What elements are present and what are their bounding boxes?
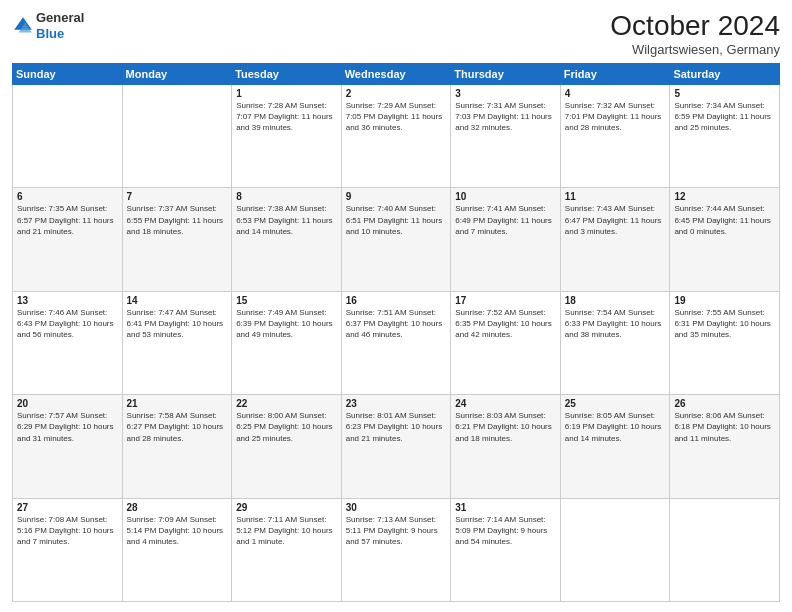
day-number: 30: [346, 502, 447, 513]
calendar-cell: 12Sunrise: 7:44 AM Sunset: 6:45 PM Dayli…: [670, 188, 780, 291]
calendar-cell: 23Sunrise: 8:01 AM Sunset: 6:23 PM Dayli…: [341, 395, 451, 498]
title-block: October 2024 Wilgartswiesen, Germany: [610, 10, 780, 57]
day-number: 26: [674, 398, 775, 409]
day-number: 8: [236, 191, 337, 202]
day-info: Sunrise: 7:40 AM Sunset: 6:51 PM Dayligh…: [346, 203, 447, 237]
page: General Blue October 2024 Wilgartswiesen…: [0, 0, 792, 612]
day-number: 16: [346, 295, 447, 306]
calendar-cell: 7Sunrise: 7:37 AM Sunset: 6:55 PM Daylig…: [122, 188, 232, 291]
month-title: October 2024: [610, 10, 780, 42]
day-info: Sunrise: 7:47 AM Sunset: 6:41 PM Dayligh…: [127, 307, 228, 341]
day-info: Sunrise: 7:32 AM Sunset: 7:01 PM Dayligh…: [565, 100, 666, 134]
logo-general: General: [36, 10, 84, 26]
calendar-cell: [13, 85, 123, 188]
day-number: 31: [455, 502, 556, 513]
calendar-cell: 29Sunrise: 7:11 AM Sunset: 5:12 PM Dayli…: [232, 498, 342, 601]
day-number: 1: [236, 88, 337, 99]
day-number: 9: [346, 191, 447, 202]
calendar-cell: 14Sunrise: 7:47 AM Sunset: 6:41 PM Dayli…: [122, 291, 232, 394]
day-number: 27: [17, 502, 118, 513]
calendar-cell: [122, 85, 232, 188]
day-number: 29: [236, 502, 337, 513]
day-info: Sunrise: 7:55 AM Sunset: 6:31 PM Dayligh…: [674, 307, 775, 341]
calendar-cell: 28Sunrise: 7:09 AM Sunset: 5:14 PM Dayli…: [122, 498, 232, 601]
calendar-cell: 20Sunrise: 7:57 AM Sunset: 6:29 PM Dayli…: [13, 395, 123, 498]
day-info: Sunrise: 7:09 AM Sunset: 5:14 PM Dayligh…: [127, 514, 228, 548]
day-info: Sunrise: 7:38 AM Sunset: 6:53 PM Dayligh…: [236, 203, 337, 237]
day-info: Sunrise: 8:01 AM Sunset: 6:23 PM Dayligh…: [346, 410, 447, 444]
calendar-cell: 1Sunrise: 7:28 AM Sunset: 7:07 PM Daylig…: [232, 85, 342, 188]
col-sunday: Sunday: [13, 64, 123, 85]
col-friday: Friday: [560, 64, 670, 85]
day-number: 19: [674, 295, 775, 306]
day-info: Sunrise: 7:58 AM Sunset: 6:27 PM Dayligh…: [127, 410, 228, 444]
calendar-cell: 27Sunrise: 7:08 AM Sunset: 5:16 PM Dayli…: [13, 498, 123, 601]
day-number: 15: [236, 295, 337, 306]
location-subtitle: Wilgartswiesen, Germany: [610, 42, 780, 57]
calendar-cell: 26Sunrise: 8:06 AM Sunset: 6:18 PM Dayli…: [670, 395, 780, 498]
day-info: Sunrise: 8:00 AM Sunset: 6:25 PM Dayligh…: [236, 410, 337, 444]
calendar-cell: 19Sunrise: 7:55 AM Sunset: 6:31 PM Dayli…: [670, 291, 780, 394]
col-thursday: Thursday: [451, 64, 561, 85]
calendar-cell: 10Sunrise: 7:41 AM Sunset: 6:49 PM Dayli…: [451, 188, 561, 291]
day-number: 2: [346, 88, 447, 99]
day-info: Sunrise: 7:08 AM Sunset: 5:16 PM Dayligh…: [17, 514, 118, 548]
day-number: 5: [674, 88, 775, 99]
day-number: 22: [236, 398, 337, 409]
calendar-cell: 16Sunrise: 7:51 AM Sunset: 6:37 PM Dayli…: [341, 291, 451, 394]
day-info: Sunrise: 7:41 AM Sunset: 6:49 PM Dayligh…: [455, 203, 556, 237]
calendar-cell: 30Sunrise: 7:13 AM Sunset: 5:11 PM Dayli…: [341, 498, 451, 601]
day-info: Sunrise: 8:03 AM Sunset: 6:21 PM Dayligh…: [455, 410, 556, 444]
calendar-cell: 11Sunrise: 7:43 AM Sunset: 6:47 PM Dayli…: [560, 188, 670, 291]
day-info: Sunrise: 7:49 AM Sunset: 6:39 PM Dayligh…: [236, 307, 337, 341]
calendar-cell: 5Sunrise: 7:34 AM Sunset: 6:59 PM Daylig…: [670, 85, 780, 188]
day-number: 12: [674, 191, 775, 202]
day-info: Sunrise: 7:28 AM Sunset: 7:07 PM Dayligh…: [236, 100, 337, 134]
day-info: Sunrise: 7:29 AM Sunset: 7:05 PM Dayligh…: [346, 100, 447, 134]
calendar-cell: 2Sunrise: 7:29 AM Sunset: 7:05 PM Daylig…: [341, 85, 451, 188]
day-number: 4: [565, 88, 666, 99]
day-number: 6: [17, 191, 118, 202]
day-info: Sunrise: 7:51 AM Sunset: 6:37 PM Dayligh…: [346, 307, 447, 341]
day-info: Sunrise: 7:52 AM Sunset: 6:35 PM Dayligh…: [455, 307, 556, 341]
day-info: Sunrise: 7:37 AM Sunset: 6:55 PM Dayligh…: [127, 203, 228, 237]
day-number: 21: [127, 398, 228, 409]
calendar-cell: 8Sunrise: 7:38 AM Sunset: 6:53 PM Daylig…: [232, 188, 342, 291]
calendar-cell: 6Sunrise: 7:35 AM Sunset: 6:57 PM Daylig…: [13, 188, 123, 291]
day-info: Sunrise: 7:43 AM Sunset: 6:47 PM Dayligh…: [565, 203, 666, 237]
day-info: Sunrise: 7:46 AM Sunset: 6:43 PM Dayligh…: [17, 307, 118, 341]
logo: General Blue: [12, 10, 84, 41]
day-info: Sunrise: 7:13 AM Sunset: 5:11 PM Dayligh…: [346, 514, 447, 548]
header: General Blue October 2024 Wilgartswiesen…: [12, 10, 780, 57]
calendar-cell: 4Sunrise: 7:32 AM Sunset: 7:01 PM Daylig…: [560, 85, 670, 188]
calendar-table: Sunday Monday Tuesday Wednesday Thursday…: [12, 63, 780, 602]
day-number: 10: [455, 191, 556, 202]
day-info: Sunrise: 7:31 AM Sunset: 7:03 PM Dayligh…: [455, 100, 556, 134]
col-wednesday: Wednesday: [341, 64, 451, 85]
day-number: 18: [565, 295, 666, 306]
calendar-cell: [560, 498, 670, 601]
day-info: Sunrise: 7:44 AM Sunset: 6:45 PM Dayligh…: [674, 203, 775, 237]
day-info: Sunrise: 7:11 AM Sunset: 5:12 PM Dayligh…: [236, 514, 337, 548]
calendar-cell: 13Sunrise: 7:46 AM Sunset: 6:43 PM Dayli…: [13, 291, 123, 394]
day-info: Sunrise: 8:06 AM Sunset: 6:18 PM Dayligh…: [674, 410, 775, 444]
calendar-cell: 18Sunrise: 7:54 AM Sunset: 6:33 PM Dayli…: [560, 291, 670, 394]
day-info: Sunrise: 7:54 AM Sunset: 6:33 PM Dayligh…: [565, 307, 666, 341]
header-row: Sunday Monday Tuesday Wednesday Thursday…: [13, 64, 780, 85]
day-number: 3: [455, 88, 556, 99]
logo-icon: [12, 15, 34, 37]
day-number: 14: [127, 295, 228, 306]
calendar-cell: 21Sunrise: 7:58 AM Sunset: 6:27 PM Dayli…: [122, 395, 232, 498]
day-info: Sunrise: 7:35 AM Sunset: 6:57 PM Dayligh…: [17, 203, 118, 237]
calendar-cell: 9Sunrise: 7:40 AM Sunset: 6:51 PM Daylig…: [341, 188, 451, 291]
day-info: Sunrise: 7:14 AM Sunset: 5:09 PM Dayligh…: [455, 514, 556, 548]
logo-blue: Blue: [36, 26, 84, 42]
day-number: 25: [565, 398, 666, 409]
day-number: 24: [455, 398, 556, 409]
calendar-cell: 3Sunrise: 7:31 AM Sunset: 7:03 PM Daylig…: [451, 85, 561, 188]
day-number: 20: [17, 398, 118, 409]
calendar-cell: 24Sunrise: 8:03 AM Sunset: 6:21 PM Dayli…: [451, 395, 561, 498]
calendar-cell: 31Sunrise: 7:14 AM Sunset: 5:09 PM Dayli…: [451, 498, 561, 601]
col-tuesday: Tuesday: [232, 64, 342, 85]
calendar-cell: [670, 498, 780, 601]
